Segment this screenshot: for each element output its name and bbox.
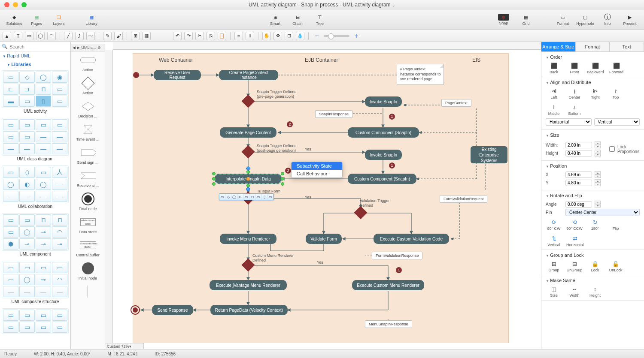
zoom-out-icon[interactable]: − (313, 32, 321, 40)
align-top-button[interactable]: ⫯Top (608, 87, 624, 99)
ctx-subactivity[interactable]: Subactivity State (292, 162, 342, 170)
lib-grid-component[interactable]: ▭▭⊓⊓ ▭◯⊸◠ ⬢⊸⊸⊸ (2, 213, 69, 251)
section-makesame-header[interactable]: Make Same (546, 278, 640, 283)
line-tool-icon[interactable]: ╱ (64, 32, 73, 40)
tree-button[interactable]: ⊤Tree (309, 11, 331, 28)
section-group-header[interactable]: Group and Lock (546, 253, 640, 258)
canvas[interactable]: Web Container EJB Container EIS (113, 50, 541, 343)
ctx-callbehaviour[interactable]: Call Behaviour (292, 170, 342, 177)
section-size-header[interactable]: Size (546, 132, 640, 138)
height-input[interactable] (565, 150, 592, 156)
angle-stepper[interactable]: ▴▾ (595, 201, 601, 208)
tab-format[interactable]: Format (576, 42, 610, 51)
align-bottom-button[interactable]: ⫰Bottom (566, 104, 583, 116)
shape-action-diamond[interactable]: Action (71, 75, 105, 98)
section-position-header[interactable]: Position (546, 163, 640, 168)
pointer-tool-icon[interactable]: ▲ (3, 32, 11, 40)
paste-icon[interactable]: 📋 (218, 32, 226, 40)
distribute-horizontal-select[interactable]: Horizontal (546, 118, 592, 126)
order-back-button[interactable]: ⬛Back (546, 62, 562, 74)
same-height-button[interactable]: ↕Height (587, 286, 603, 298)
format-button[interactable]: ▭Format (552, 11, 574, 28)
node-validate[interactable]: Validate Form (306, 234, 342, 244)
brush-tool-icon[interactable]: 🖌 (114, 32, 123, 40)
width-stepper[interactable]: ▴▾ (595, 141, 601, 148)
context-menu[interactable]: Subactivity State Call Behaviour (291, 162, 343, 178)
node-jvantage[interactable]: Execute jVantage Menu Renderer (210, 280, 287, 290)
tab-text[interactable]: Text (610, 42, 644, 51)
order-forward-button[interactable]: ⬛Forward (608, 62, 625, 74)
text-tool-icon[interactable]: T (14, 32, 22, 40)
node-execvalid[interactable]: Execute Custom Validation Code (374, 234, 449, 244)
eyedropper-icon[interactable]: 💧 (296, 32, 304, 40)
node-custmenu[interactable]: Execute Custom Menu Renderer (352, 280, 424, 290)
ellipse-tool-icon[interactable]: ◯ (36, 32, 45, 40)
lib-grid-collab[interactable]: ▭⬯▭人 ◯◐◯— ———— (2, 165, 69, 203)
smart-button[interactable]: ⊞Smart (264, 11, 286, 28)
lib-grid-composite[interactable]: ▭▭▭▭ ▭◯⊸◠ ———— (2, 261, 69, 298)
node-returnpd[interactable]: Return PageData (Velocity Context) (210, 305, 288, 315)
pages-button[interactable]: ▤Pages (26, 11, 47, 28)
crosshair-tool-icon[interactable]: ✥ (273, 32, 282, 40)
zoom-dropdown[interactable]: Custom 72% ▾ (105, 343, 144, 349)
obj-pagectx[interactable]: PageContext (441, 99, 471, 107)
pen-tool-icon[interactable]: ✎ (103, 32, 112, 40)
decision-4[interactable] (354, 206, 367, 219)
order-backward-button[interactable]: ⬛Backward (587, 62, 604, 74)
rotate-ccw-button[interactable]: ⟲90° CCW (566, 219, 583, 231)
shape-final-node[interactable]: Final node (71, 190, 105, 214)
lock-proportions-checkbox[interactable] (609, 146, 615, 152)
node-invoke2[interactable]: Invoke SnapIn (365, 150, 402, 160)
align-right-button[interactable]: ⫸Right (587, 87, 603, 99)
lib-grid-more[interactable]: ▭▭▭▭ ▭▭▭▭ (2, 308, 69, 334)
section-align-header[interactable]: Align and Distribute (546, 80, 640, 85)
rotate-cw-button[interactable]: ⟳90° CW (546, 219, 562, 231)
tab-arrange[interactable]: Arrange & Size (541, 42, 576, 51)
node-genpage[interactable]: Generate Page Content (220, 127, 276, 138)
zoom-slider[interactable] (324, 35, 349, 37)
close-window-icon[interactable] (4, 2, 9, 7)
search-input[interactable] (9, 44, 69, 49)
node-existing[interactable]: Existing Enterprise Systems (471, 146, 507, 163)
hand-tool-icon[interactable]: ✋ (262, 32, 271, 40)
y-input[interactable] (565, 180, 592, 186)
ungroup-button[interactable]: ⊟UnGroup (566, 260, 583, 272)
unlock-button[interactable]: 🔓UnLock (608, 260, 624, 272)
decision-1[interactable] (241, 94, 255, 108)
obj-formvalresp[interactable]: FormValidationResponse (372, 252, 422, 259)
x-input[interactable] (565, 171, 592, 178)
obj-formvalreq[interactable]: FormValidationRequest (440, 195, 487, 203)
shape-decision[interactable]: Decision ... (71, 98, 105, 121)
info-button[interactable]: ⓘInfo (597, 11, 618, 28)
width-input[interactable] (565, 142, 592, 148)
angle-input[interactable] (565, 201, 592, 208)
align-middle-button[interactable]: ⫲Middle (546, 104, 562, 116)
section-order-header[interactable]: Order (546, 54, 640, 60)
obj-snapinresp[interactable]: SnapInResponse (315, 110, 352, 118)
order-front-button[interactable]: ⬛Front (566, 62, 583, 74)
library-search[interactable]: 🔍 ✦ (0, 42, 70, 51)
shape-initial-node[interactable]: Initial node (71, 260, 105, 283)
height-stepper[interactable]: ▴▾ (595, 150, 601, 156)
shape-action-rect[interactable]: Action (71, 51, 105, 75)
node-receive[interactable]: Receive User Request (154, 70, 201, 80)
redo-icon[interactable]: ↷ (184, 32, 193, 40)
shape-central-buffer[interactable]: «centralBuffer»BufferCentral buffer (71, 237, 105, 260)
lib-grid-activity[interactable]: ▭◇◯◉ ⊏⊐⊓▭ ▬▭▯▭ (2, 70, 69, 108)
shape-mini-toolbar[interactable]: ▭◇◯⊏▭⊓▭▯▭ (219, 193, 274, 200)
stamp-tool-icon[interactable]: ⊞ (131, 32, 140, 40)
shape-send-signal[interactable]: Send sign ... (71, 144, 105, 167)
rect-tool-icon[interactable]: ▭ (25, 32, 33, 40)
distribute-vertical-select[interactable]: Vertical (594, 118, 640, 126)
same-size-button[interactable]: ◫Size (546, 286, 562, 298)
shape-panel-tabs[interactable]: ◀ ▶ UML a... ⊕ (71, 44, 105, 51)
cut-icon[interactable]: ✂ (195, 32, 204, 40)
initial-node[interactable] (133, 72, 139, 78)
node-createctx[interactable]: Create PageContext Instance (219, 70, 278, 80)
flip-horizontal-button[interactable]: ⇄Horizontal (566, 235, 584, 247)
align-center-button[interactable]: ⫿Center (566, 87, 583, 99)
shape-time-event[interactable]: Time event ... (71, 121, 105, 144)
maximize-window-icon[interactable] (21, 2, 27, 7)
spline-tool-icon[interactable]: 〰 (86, 32, 95, 40)
libraries-header[interactable]: Libraries (0, 60, 70, 69)
